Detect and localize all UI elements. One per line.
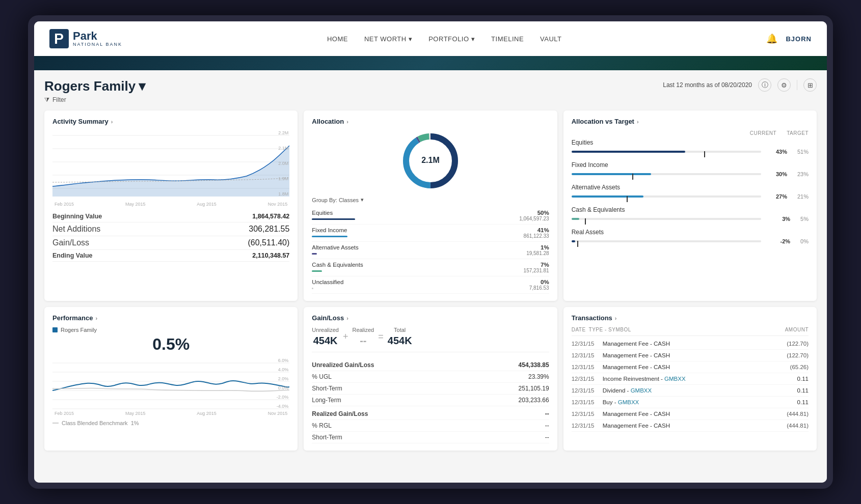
chevron-right-icon: › (615, 315, 617, 321)
y-label-3: 2.0M (278, 161, 288, 166)
trans-row-2: 12/31/15 Management Fee - CASH (122.70) (572, 350, 809, 361)
activity-chart: 2.2M 2.1M 2.0M 1.9M 1.8M (52, 130, 289, 197)
gl-plus: + (343, 331, 348, 342)
gl-short-term2-row: Short-Term -- (312, 432, 549, 443)
avt-bar-fill (572, 218, 579, 220)
gl-unrealized-row: Unrealized Gain/Loss 454,338.85 (312, 359, 549, 371)
nav-home[interactable]: HOME (327, 35, 348, 43)
stat-beginning: Beginning Value 1,864,578.42 (52, 211, 289, 222)
transactions-card: Transactions › Date Type - Symbol Amount… (563, 307, 817, 451)
donut-chart: 2.1M (312, 130, 549, 191)
avt-marker (632, 174, 633, 180)
avt-bar-fill (572, 151, 685, 153)
avt-bar-fill (572, 173, 651, 175)
legend-dot (52, 327, 58, 332)
nav-timeline[interactable]: TIMELINE (491, 35, 524, 43)
stat-net-additions: Net Additions 306,281.55 (52, 222, 289, 236)
performance-value: 0.5% (52, 335, 289, 354)
logo-national: NATIONAL BANK (73, 42, 122, 47)
nav-right: 🔔 BJORN (766, 33, 812, 44)
gmbxx-link-3[interactable]: GMBXX (618, 399, 639, 405)
navbar: Park NATIONAL BANK HOME NET WORTH ▾ PORT… (34, 21, 827, 56)
alloc-cash: Cash & Equivalents 7% 157,231.81 (312, 259, 549, 276)
stat-ending: Ending Value 2,110,348.57 (52, 250, 289, 262)
avt-title[interactable]: Allocation vs Target › (572, 118, 809, 125)
allocation-card: Allocation › (304, 110, 557, 301)
filter-icon: ⧩ (44, 96, 49, 103)
alloc-bar (312, 253, 317, 255)
allocation-title[interactable]: Allocation › (312, 118, 549, 125)
gl-short-term-row: Short-Term 251,105.19 (312, 383, 549, 395)
gain-loss-title[interactable]: Gain/Loss › (312, 314, 549, 322)
logo-area: Park NATIONAL BANK (49, 29, 122, 48)
x-label-3: Aug 2015 (197, 202, 217, 207)
nav-networth[interactable]: NET WORTH ▾ (364, 35, 412, 43)
info-button[interactable]: ⓘ (758, 78, 771, 92)
divider (797, 80, 797, 90)
group-by-selector[interactable]: Group By: Classes ▾ (312, 197, 549, 203)
header-right: Last 12 months as of 08/20/2020 ⓘ ⚙ ⊞ (663, 78, 817, 92)
alloc-unclassified: Unclassified 0% 7,816.53 (312, 276, 549, 294)
trans-row-1: 12/31/15 Management Fee - CASH (122.70) (572, 338, 809, 350)
chevron-right-icon: › (346, 315, 348, 321)
trans-row-3: 12/31/15 Management Fee - CASH (65.26) (572, 361, 809, 373)
gmbxx-link-2[interactable]: GMBXX (631, 387, 652, 394)
avt-real-assets: Real Assets -2% 0% (572, 229, 809, 245)
gl-unrealized: Unrealized 454K (312, 327, 339, 347)
gmbxx-link-1[interactable]: GMBXX (664, 376, 686, 382)
filter-row[interactable]: ⧩ Filter (44, 96, 145, 103)
benchmark-line-icon (52, 423, 59, 424)
alloc-alternative: Alternative Assets 1% 19,581.28 (312, 242, 549, 259)
stat-gain-loss: Gain/Loss (60,511.40) (52, 236, 289, 250)
gl-rgl-row: % RGL -- (312, 420, 549, 432)
transactions-header: Date Type - Symbol Amount (572, 327, 809, 336)
avt-bar-fill (572, 240, 575, 242)
chevron-down-icon: ▾ (471, 35, 475, 43)
y-label-4: 1.9M (278, 176, 288, 181)
avt-cash: Cash & Equivalents 3% 5% (572, 206, 809, 222)
gl-ugl-row: % UGL 23.39% (312, 371, 549, 383)
y-label-5: 1.8M (278, 191, 288, 197)
perf-y-labels: 6.0% 4.0% 2.0% 0.0% -2.0% -4.0% (277, 358, 289, 409)
svg-text:2.1M: 2.1M (421, 156, 440, 164)
benchmark-legend: Class Blended Benchmark 1% (52, 420, 289, 426)
device-frame: Park NATIONAL BANK HOME NET WORTH ▾ PORT… (28, 15, 833, 489)
header-left: Rogers Family ▾ ⧩ Filter (44, 78, 145, 103)
main-content: Rogers Family ▾ ⧩ Filter Last 12 months … (34, 70, 827, 483)
gl-total: Total 454K (388, 327, 412, 347)
export-button[interactable]: ⊞ (803, 78, 817, 92)
alloc-bar (312, 270, 322, 272)
activity-summary-card: Activity Summary › (44, 110, 298, 301)
activity-summary-title[interactable]: Activity Summary › (52, 118, 289, 125)
y-label-1: 2.2M (278, 130, 288, 135)
bell-icon[interactable]: 🔔 (766, 33, 777, 44)
nav-portfolio[interactable]: PORTFOLIO ▾ (428, 35, 475, 43)
x-label-1: Feb 2015 (55, 202, 74, 207)
nav-links: HOME NET WORTH ▾ PORTFOLIO ▾ TIMELINE VA… (327, 35, 562, 43)
gl-summary: Unrealized 454K + Realized -- = Total 45… (312, 327, 549, 352)
performance-legend: Rogers Family (52, 327, 289, 333)
gl-long-term-row: Long-Term 203,233.66 (312, 395, 549, 406)
user-name[interactable]: BJORN (786, 35, 812, 43)
transactions-title[interactable]: Transactions › (572, 314, 809, 322)
chevron-right-icon: › (95, 315, 97, 321)
x-label-4: Nov 2015 (268, 202, 288, 207)
nav-vault[interactable]: VAULT (540, 35, 561, 43)
trans-row-8: 12/31/15 Management Fee - CASH (444.81) (572, 420, 809, 432)
settings-button[interactable]: ⚙ (777, 78, 791, 92)
dropdown-icon[interactable]: ▾ (139, 78, 145, 94)
page-header: Rogers Family ▾ ⧩ Filter Last 12 months … (44, 78, 817, 103)
performance-chart: 6.0% 4.0% 2.0% 0.0% -2.0% -4.0% (52, 358, 289, 409)
device-screen: Park NATIONAL BANK HOME NET WORTH ▾ PORT… (34, 21, 827, 483)
y-label-2: 2.1M (278, 146, 288, 151)
dark-banner (34, 56, 827, 70)
avt-marker (627, 196, 628, 202)
logo-icon (49, 29, 69, 48)
performance-title[interactable]: Performance › (52, 314, 289, 322)
chevron-right-icon: › (637, 119, 639, 125)
alloc-equities: Equities 50% 1,064,597.23 (312, 207, 549, 225)
gl-equals: = (378, 331, 384, 342)
chevron-right-icon: › (346, 119, 348, 125)
alloc-fixed-income: Fixed Income 41% 861,122.33 (312, 225, 549, 242)
alloc-bar (312, 218, 355, 220)
